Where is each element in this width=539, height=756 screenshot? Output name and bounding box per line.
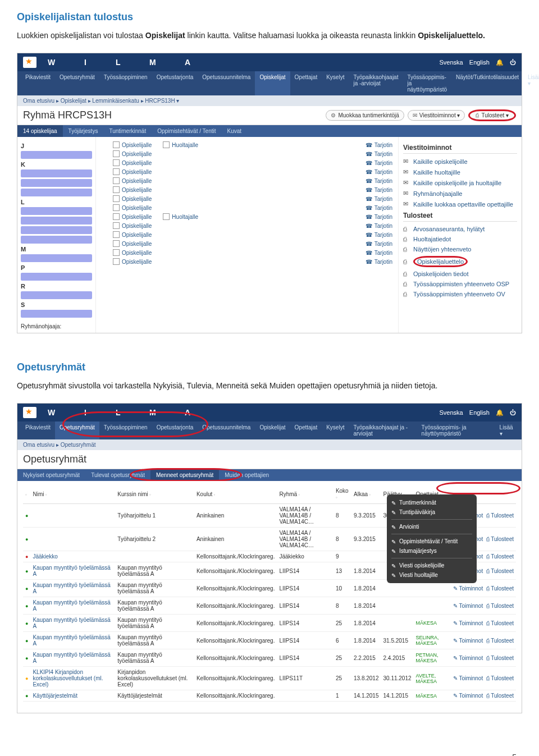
tarjotin-link[interactable]: Tarjotin bbox=[366, 196, 392, 202]
cell-name[interactable]: Kaupan myyntityö työelämässä A bbox=[30, 615, 115, 632]
tuloste-link[interactable]: Opiskelijoiden tiedot bbox=[403, 269, 517, 279]
viesti-link[interactable]: Kaikille opiskelijoille bbox=[403, 156, 517, 167]
tulosteet-link[interactable]: Tulosteet bbox=[486, 553, 514, 560]
tarjotin-link[interactable]: Tarjotin bbox=[366, 178, 392, 184]
huoltajalle-link[interactable]: Huoltajalle bbox=[163, 141, 198, 148]
viesti-link[interactable]: Kaikille opiskelijoille ja huoltajille bbox=[403, 177, 517, 188]
popup-item[interactable]: Viesti huoltajille bbox=[391, 570, 472, 580]
nav-item[interactable]: Pikaviestit bbox=[21, 421, 55, 439]
viesti-link[interactable]: Kaikille luokkaa opettaville opettajille bbox=[403, 199, 517, 209]
tarjotin-link[interactable]: Tarjotin bbox=[366, 214, 392, 220]
tarjotin-link[interactable]: Tarjotin bbox=[366, 241, 392, 247]
nav-item[interactable]: Työpaikkaohjaajat ja -arvioijat bbox=[349, 71, 403, 95]
opiskelijalle-link[interactable]: Opiskelijalle bbox=[113, 222, 152, 229]
popup-item[interactable]: Tuntimerkinnät bbox=[391, 498, 472, 507]
nav-item[interactable]: Työssäoppimis- ja näyttöympäristö bbox=[417, 421, 495, 439]
tulosteet-link[interactable]: Tulosteet bbox=[486, 638, 514, 644]
edit-button[interactable]: Muokkaa tuntimerkintöjä bbox=[326, 110, 404, 121]
tarjotin-link[interactable]: Tarjotin bbox=[366, 259, 392, 265]
tulosteet-link[interactable]: Tulosteet bbox=[486, 675, 514, 681]
tarjotin-link[interactable]: Tarjotin bbox=[366, 151, 392, 157]
popup-item[interactable]: Oppimistehtävät / Tentit bbox=[391, 537, 472, 546]
tulosteet-button[interactable]: Tulosteet ▾ bbox=[468, 109, 516, 121]
toiminnot-link[interactable]: Toiminnot bbox=[453, 655, 483, 661]
cell-name[interactable]: Kaupan myyntityö työelämässä A bbox=[30, 649, 115, 667]
tulosteet-link[interactable]: Tulosteet bbox=[486, 585, 514, 592]
nav-item[interactable]: Lisää ▾ bbox=[495, 421, 518, 439]
tarjotin-link[interactable]: Tarjotin bbox=[366, 160, 392, 166]
lang-en[interactable]: English bbox=[469, 59, 490, 66]
col-header[interactable]: Alkaa bbox=[351, 484, 381, 504]
nav-item[interactable]: Kyselyt bbox=[322, 71, 349, 95]
opiskelijalle-link[interactable]: Opiskelijalle bbox=[113, 159, 152, 166]
nav-item[interactable]: Työssäoppiminen bbox=[99, 71, 152, 95]
col-header[interactable]: Kurssin nimi bbox=[115, 484, 194, 504]
toiminnot-link[interactable]: Toiminnot bbox=[453, 603, 483, 609]
tulosteet-link[interactable]: Tulosteet bbox=[486, 512, 514, 519]
viesti-link[interactable]: Ryhmänohjaajalle bbox=[403, 188, 517, 199]
nav-item[interactable]: Opiskelijat bbox=[255, 421, 290, 439]
tuloste-link[interactable]: Opiskelijaluettelo bbox=[403, 254, 517, 269]
nav-item[interactable]: Näytöt/Tutkintotilaisuudet bbox=[451, 71, 523, 95]
lang-en-2[interactable]: English bbox=[469, 409, 490, 416]
tulosteet-link[interactable]: Tulosteet bbox=[486, 603, 514, 609]
nav-item[interactable]: Työssäoppimis- ja näyttöympäristö bbox=[403, 71, 451, 95]
cell-name[interactable]: Käyttöjärjestelmät bbox=[30, 690, 115, 702]
tab[interactable]: Työjärjestys bbox=[63, 125, 104, 137]
opiskelijalle-link[interactable]: Opiskelijalle bbox=[113, 141, 152, 148]
viesti-link[interactable]: Kaikille huoltajille bbox=[403, 167, 517, 177]
nav-item[interactable]: Lisää ▾ bbox=[523, 71, 539, 95]
toiminnot-link[interactable]: Toiminnot bbox=[453, 693, 483, 699]
nav-item[interactable]: Kyselyt bbox=[322, 421, 349, 439]
opiskelijalle-link[interactable]: Opiskelijalle bbox=[113, 240, 152, 247]
toiminnot-link[interactable]: Toiminnot bbox=[453, 638, 483, 644]
nav-item[interactable]: Opetusryhmät bbox=[55, 71, 99, 95]
tab[interactable]: Tuntimerkinnät bbox=[103, 125, 152, 137]
opiskelijalle-link[interactable]: Opiskelijalle bbox=[113, 195, 152, 202]
tarjotin-link[interactable]: Tarjotin bbox=[366, 169, 392, 175]
popup-item[interactable]: Tuntipäiväkirja bbox=[391, 507, 472, 517]
tab[interactable]: Nykyiset opetusryhmät bbox=[17, 469, 85, 481]
opiskelijalle-link[interactable]: Opiskelijalle bbox=[113, 213, 152, 220]
lang-sv[interactable]: Svenska bbox=[440, 59, 463, 66]
opiskelijaluettelo-highlight[interactable]: Opiskelijaluettelo bbox=[413, 256, 468, 267]
opiskelijalle-link[interactable]: Opiskelijalle bbox=[113, 204, 152, 211]
toiminnot-link[interactable]: Toiminnot bbox=[453, 620, 483, 626]
tarjotin-link[interactable]: Tarjotin bbox=[366, 250, 392, 256]
tab[interactable]: Kuvat bbox=[222, 125, 248, 137]
bell-icon[interactable]: 🔔 bbox=[496, 59, 504, 66]
cell-name[interactable]: Kaupan myyntityö työelämässä A bbox=[30, 597, 115, 615]
bell-icon-2[interactable]: 🔔 bbox=[496, 409, 504, 416]
nav-item[interactable]: Työpaikkaohjaajat ja -arvioijat bbox=[349, 421, 417, 439]
huoltajalle-link[interactable]: Huoltajalle bbox=[163, 213, 198, 220]
power-icon[interactable]: ⏻ bbox=[510, 59, 516, 66]
cell-name[interactable]: Kaupan myyntityö työelämässä A bbox=[30, 632, 115, 649]
nav-item[interactable]: Pikaviestit bbox=[21, 71, 55, 95]
tulosteet-link[interactable]: Tulosteet bbox=[486, 568, 514, 574]
col-header[interactable]: Koko bbox=[334, 484, 351, 504]
opiskelijalle-link[interactable]: Opiskelijalle bbox=[113, 186, 152, 193]
tarjotin-link[interactable]: Tarjotin bbox=[366, 223, 392, 229]
nav-item[interactable]: Opetustarjonta bbox=[152, 71, 198, 95]
cell-name[interactable]: Kaupan myyntityö työelämässä A bbox=[30, 580, 115, 597]
col-header[interactable]: Nimi bbox=[30, 484, 115, 504]
tuloste-link[interactable]: Arvosanaseuranta, hylätyt bbox=[403, 224, 517, 234]
tarjotin-link[interactable]: Tarjotin bbox=[366, 142, 392, 148]
cell-name[interactable] bbox=[30, 504, 115, 528]
opiskelijalle-link[interactable]: Opiskelijalle bbox=[113, 249, 152, 256]
tarjotin-link[interactable]: Tarjotin bbox=[366, 232, 392, 238]
nav-item[interactable]: Opettajat bbox=[290, 421, 322, 439]
opiskelijalle-link[interactable]: Opiskelijalle bbox=[113, 258, 152, 265]
tuloste-link[interactable]: Työssäoppimisten yhteenveto OV bbox=[403, 289, 517, 299]
lang-switch-2[interactable]: Svenska English 🔔 ⏻ bbox=[435, 409, 516, 416]
tuloste-link[interactable]: Huoltajatiedot bbox=[403, 234, 517, 244]
opiskelijalle-link[interactable]: Opiskelijalle bbox=[113, 150, 152, 157]
tarjotin-link[interactable]: Tarjotin bbox=[366, 187, 392, 193]
col-header[interactable]: Koulut bbox=[194, 484, 277, 504]
nav-item[interactable]: Opettajat bbox=[290, 71, 322, 95]
cell-name[interactable]: Jääkiekko bbox=[30, 551, 115, 562]
tulosteet-link[interactable]: Tulosteet bbox=[486, 536, 514, 542]
nav-item[interactable]: Opiskelijat bbox=[255, 71, 290, 95]
tulosteet-link[interactable]: Tulosteet bbox=[486, 693, 514, 699]
cell-name[interactable]: Kaupan myyntityö työelämässä A bbox=[30, 562, 115, 580]
